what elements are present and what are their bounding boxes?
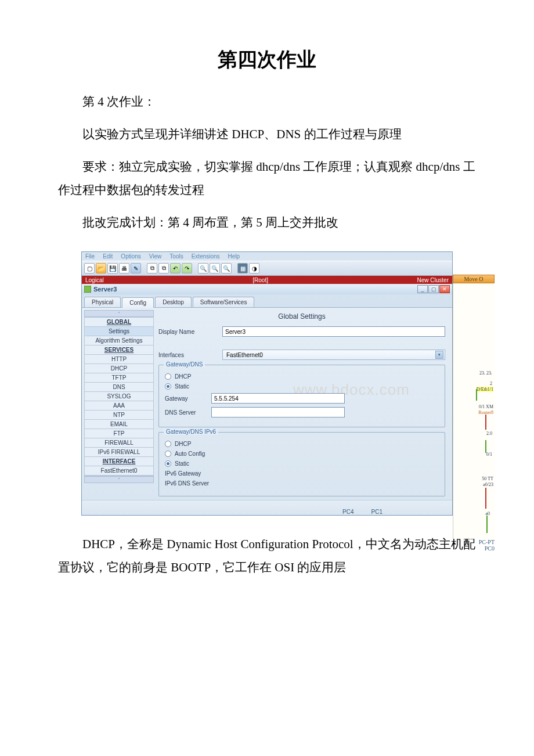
sidebar-email[interactable]: EMAIL <box>85 420 153 429</box>
dns-server-label: DNS Server <box>165 409 205 416</box>
interfaces-value: FastEthernet0 <box>226 352 263 358</box>
sidebar-global[interactable]: GLOBAL <box>85 318 153 327</box>
ipv6-dns-label: IPv6 DNS Server <box>165 480 209 487</box>
root-label: [Root] <box>252 277 268 283</box>
paste-icon[interactable]: ⧉ <box>158 263 169 273</box>
menu-view[interactable]: View <box>149 253 162 260</box>
ipv6-gateway-label: IPv6 Gateway <box>165 470 201 477</box>
para-1: 第 4 次作业： <box>58 91 476 114</box>
radio-static[interactable] <box>165 383 171 390</box>
sidebar-ntp[interactable]: NTP <box>85 411 153 420</box>
para-4: 批改完成计划：第 4 周布置，第 5 周上交并批改 <box>58 211 476 235</box>
palette-icon[interactable]: ▦ <box>237 263 248 273</box>
menu-help[interactable]: Help <box>228 253 240 260</box>
sidebar-algorithm[interactable]: Algorithm Settings <box>85 336 153 345</box>
window-title: Server3 <box>93 286 117 293</box>
new-icon[interactable]: ▢ <box>84 263 95 273</box>
workspace-fragment: Move O 23. 23. 2 D/Eth1/1 0/1 XM Router8… <box>453 275 495 577</box>
gateway-dns-ipv6-fieldset: Gateway/DNS IPv6 DHCP Auto Config Static <box>158 432 445 496</box>
maximize-button[interactable]: ▢ <box>428 285 439 293</box>
device-titlebar: Server3 _ ▢ ✕ <box>82 284 452 294</box>
sidebar-ftp[interactable]: FTP <box>85 429 153 438</box>
display-name-label: Display Name <box>158 329 217 335</box>
gateway-dns-ipv6-legend: Gateway/DNS IPv6 <box>164 429 218 435</box>
menu-edit[interactable]: Edit <box>103 253 113 260</box>
tab-config[interactable]: Config <box>122 297 154 308</box>
radio-static-label: Static <box>175 383 189 390</box>
dns-server-input[interactable] <box>211 407 345 417</box>
tt-label: 50 TT <box>482 476 493 481</box>
menubar[interactable]: File Edit Options View Tools Extensions … <box>82 252 452 261</box>
server-icon <box>84 286 91 293</box>
radio-static6-label: Static <box>175 460 189 467</box>
move-object-button[interactable]: Move O <box>453 275 495 283</box>
chevron-down-icon[interactable]: ▾ <box>435 351 443 359</box>
para-3: 要求：独立完成实验，切实掌握 dhcp/dns 工作原理；认真观察 dhcp/d… <box>58 156 476 202</box>
print-icon[interactable]: 🖶 <box>119 263 129 273</box>
port-label-1: 0/1 XM <box>479 404 493 409</box>
sidebar-ipv6-firewall[interactable]: IPv6 FIREWALL <box>85 448 153 457</box>
num-label: 2 <box>490 381 492 386</box>
gateway-label: Gateway <box>165 395 205 402</box>
menu-options[interactable]: Options <box>121 253 140 260</box>
tab-software[interactable]: Software/Services <box>193 297 255 307</box>
close-button[interactable]: ✕ <box>439 285 450 293</box>
sidebar-aaa[interactable]: AAA <box>85 401 153 411</box>
display-name-input[interactable] <box>222 326 445 337</box>
ver-label: 2.0 <box>486 431 492 436</box>
sidebar-syslog[interactable]: SYSLOG <box>85 392 153 401</box>
tab-desktop[interactable]: Desktop <box>155 297 192 307</box>
sidebar-interface[interactable]: INTERFACE <box>85 457 153 466</box>
radio-dhcp-label: DHCP <box>175 373 191 380</box>
radio-autoconfig[interactable] <box>165 451 171 457</box>
config-sidebar: GLOBAL Settings Algorithm Settings SERVI… <box>84 317 154 476</box>
topology-canvas[interactable]: 23. 23. 2 D/Eth1/1 0/1 XM Router8 2.0 0/… <box>453 283 495 539</box>
gateway-dns-fieldset: Gateway/DNS DHCP Static Gateway <box>158 365 445 427</box>
sidebar-dhcp[interactable]: DHCP <box>85 364 153 373</box>
save-icon[interactable]: 💾 <box>107 263 118 273</box>
copy-icon[interactable]: ⧉ <box>147 263 157 273</box>
undo-icon[interactable]: ↶ <box>170 263 181 273</box>
menu-tools[interactable]: Tools <box>169 253 183 260</box>
radio-dhcp6-label: DHCP <box>175 441 191 447</box>
custom-icon[interactable]: ◑ <box>249 263 259 273</box>
scroll-down-icon[interactable]: ˅ <box>84 476 154 483</box>
logical-bar: Logical [Root] New Cluster <box>82 276 452 284</box>
gateway-dns-legend: Gateway/DNS <box>164 361 205 368</box>
sidebar-tftp[interactable]: TFTP <box>85 373 153 383</box>
sidebar-fastethernet0[interactable]: FastEthernet0 <box>85 466 153 476</box>
sidebar-http[interactable]: HTTP <box>85 355 153 364</box>
menu-extensions[interactable]: Extensions <box>192 253 220 260</box>
radio-autoconfig-label: Auto Config <box>175 451 205 457</box>
zoom-reset-icon[interactable]: 🔍 <box>210 263 220 273</box>
zoom-out-icon[interactable]: 🔍 <box>221 263 232 273</box>
gateway-input[interactable] <box>211 393 345 404</box>
eth-label: D/Eth1/1 <box>477 387 493 392</box>
scroll-up-icon[interactable]: ˄ <box>84 310 154 317</box>
sidebar-firewall[interactable]: FIREWALL <box>85 438 153 448</box>
interfaces-dropdown[interactable]: FastEthernet0 ▾ <box>222 350 445 360</box>
radio-dhcp[interactable] <box>165 373 171 380</box>
menu-file[interactable]: File <box>85 253 95 260</box>
radio-dhcp6[interactable] <box>165 441 171 447</box>
zoom-in-icon[interactable]: 🔍 <box>198 263 208 273</box>
settings-panel: www.bdocx.com Global Settings Display Na… <box>154 310 450 498</box>
toolbar: ▢ 📂 💾 🖶 ✎ ⧉ ⧉ ↶ ↷ 🔍 🔍 🔍 ▦ ◑ <box>82 261 452 276</box>
wizard-icon[interactable]: ✎ <box>131 263 141 273</box>
packet-tracer-window: File Edit Options View Tools Extensions … <box>81 251 453 516</box>
logical-label[interactable]: Logical <box>85 277 104 283</box>
radio-static6[interactable] <box>165 460 171 467</box>
sidebar-dns[interactable]: DNS <box>85 383 153 392</box>
redo-icon[interactable]: ↷ <box>182 263 192 273</box>
new-cluster-label[interactable]: New Cluster <box>417 277 449 283</box>
sidebar-services[interactable]: SERVICES <box>85 345 153 355</box>
pc4-label: PC4 <box>342 509 353 515</box>
tab-physical[interactable]: Physical <box>84 297 121 307</box>
pc1-label: PC1 <box>371 509 383 515</box>
minimize-button[interactable]: _ <box>417 285 428 293</box>
open-icon[interactable]: 📂 <box>96 263 106 273</box>
page-title: 第四次作业 <box>58 46 476 73</box>
pc0-label: PC0 <box>485 545 495 552</box>
sidebar-settings[interactable]: Settings <box>85 327 153 336</box>
para-5: DHCP，全称是 Dynamic Host Configuration Prot… <box>58 533 476 579</box>
